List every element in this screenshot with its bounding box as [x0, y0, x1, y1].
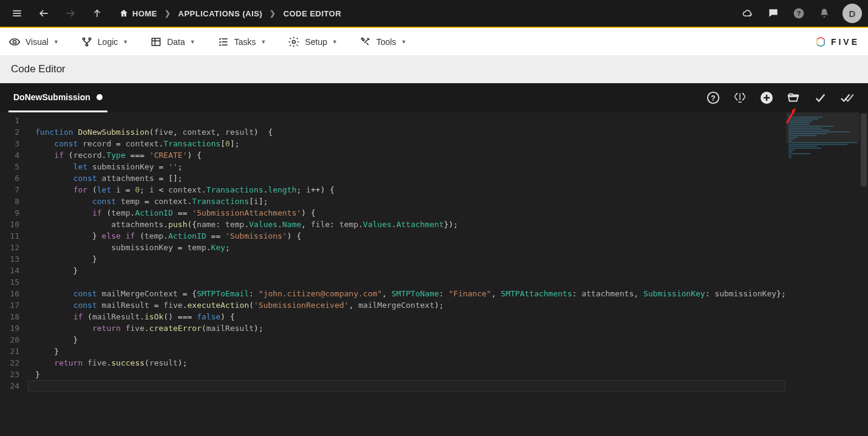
code-line[interactable]: 5 let submissionKey = ''; [0, 161, 785, 172]
code-content: const attachments = []; [28, 172, 183, 184]
help-lightbulb-icon[interactable]: ? [704, 89, 722, 107]
menu-setup-label: Setup [305, 37, 327, 47]
chat-icon[interactable] [762, 2, 784, 24]
editor-tabrow: DoNewSubmission ? [0, 83, 868, 112]
add-icon[interactable] [758, 89, 776, 107]
line-number: 20 [0, 334, 28, 346]
code-line[interactable]: 15 [0, 276, 785, 288]
code-line[interactable]: 4 if (record.Type === 'CREATE') { [0, 149, 785, 161]
code-line[interactable]: 17 const mailResult = five.executeAction… [0, 299, 785, 311]
nav-up-icon[interactable] [86, 2, 108, 24]
unsaved-dot-icon [97, 94, 103, 100]
code-line[interactable]: 21 } [0, 346, 785, 357]
code-line[interactable]: 16 const mailMergeContext = {SMTPToEmail… [0, 288, 785, 299]
code-line[interactable]: 7 for (let i = 0; i < context.Transactio… [0, 184, 785, 196]
menu-visual[interactable]: Visual▼ [8, 36, 59, 48]
code-content: if (mailResult.isOk() === false) { [28, 311, 235, 322]
help-icon[interactable]: ? [788, 2, 810, 24]
double-check-icon[interactable] [838, 89, 856, 107]
check-save-icon[interactable] [811, 89, 829, 107]
menu-tasks[interactable]: Tasks▼ [217, 36, 266, 48]
menu-logic[interactable]: Logic▼ [81, 36, 128, 48]
hamburger-menu-icon[interactable] [6, 2, 28, 24]
code-line[interactable]: 3 const record = context.Transactions[0]… [0, 138, 785, 149]
code-line[interactable]: 13 } [0, 253, 785, 265]
code-line[interactable]: 6 const attachments = []; [0, 172, 785, 184]
chevron-down-icon: ▼ [123, 39, 128, 45]
code-content: } [28, 265, 78, 276]
main-menu-bar: Visual▼ Logic▼ Data▼ Tasks▼ Setup▼ Tools… [0, 28, 868, 55]
code-line[interactable]: 11 } else if (temp.ActionID == 'Submissi… [0, 230, 785, 242]
page-title: Code Editor [11, 63, 66, 75]
code-line[interactable]: 20 } [0, 334, 785, 346]
tab-donewsubmission[interactable]: DoNewSubmission [8, 83, 107, 112]
code-content: for (let i = 0; i < context.Transactions… [28, 184, 334, 196]
line-number: 12 [0, 242, 28, 253]
code-content: submissionKey = temp.Key; [28, 242, 230, 253]
line-number: 3 [0, 138, 28, 149]
code-line[interactable]: 24 [0, 380, 785, 392]
svg-text:?: ? [797, 10, 801, 17]
breadcrumb-home-label: HOME [132, 9, 157, 18]
svg-point-14 [86, 44, 87, 46]
line-number: 5 [0, 161, 28, 172]
code-content: if (temp.ActionID == 'SubmissionAttachme… [28, 207, 316, 219]
menu-tasks-label: Tasks [234, 37, 256, 47]
code-content: return five.createError(mailResult); [28, 322, 263, 334]
code-line[interactable]: 18 if (mailResult.isOk() === false) { [0, 311, 785, 322]
code-content [28, 115, 40, 126]
code-line[interactable]: 23} [0, 369, 785, 380]
code-editor[interactable]: 1 2function DoNewSubmission(five, contex… [0, 112, 785, 436]
svg-point-6 [771, 12, 772, 13]
breadcrumb-applications-label: APPLICATIONS (AIS) [178, 9, 263, 18]
svg-point-11 [13, 40, 16, 43]
menu-tools[interactable]: Tools▼ [359, 36, 407, 48]
menu-data[interactable]: Data▼ [150, 36, 195, 48]
code-line[interactable]: 9 if (temp.ActionID == 'SubmissionAttach… [0, 207, 785, 219]
menu-logic-label: Logic [98, 37, 118, 47]
code-content [28, 380, 785, 392]
app-topbar: HOME ❯ APPLICATIONS (AIS) ❯ CODE EDITOR … [0, 0, 868, 28]
line-number: 22 [0, 357, 28, 369]
code-line[interactable]: 19 return five.createError(mailResult); [0, 322, 785, 334]
avatar[interactable]: D [843, 4, 862, 23]
editor-area: 1 2function DoNewSubmission(five, contex… [0, 112, 868, 436]
vertical-scrollbar[interactable] [860, 112, 868, 436]
chevron-down-icon: ▼ [332, 39, 337, 45]
code-line[interactable]: 2function DoNewSubmission(five, context,… [0, 126, 785, 138]
line-number: 4 [0, 149, 28, 161]
topbar-right-group: ? D [737, 2, 862, 24]
line-number: 23 [0, 369, 28, 380]
brain-ai-icon[interactable] [731, 89, 749, 107]
code-line[interactable]: 1 [0, 115, 785, 126]
chevron-down-icon: ▼ [53, 39, 59, 45]
code-content: const record = context.Transactions[0]; [28, 138, 240, 149]
code-line[interactable]: 22 return five.success(result); [0, 357, 785, 369]
cloud-icon[interactable] [737, 2, 759, 24]
code-line[interactable]: 12 submissionKey = temp.Key; [0, 242, 785, 253]
svg-point-8 [775, 12, 776, 13]
svg-point-13 [89, 38, 90, 39]
code-line[interactable]: 10 attachments.push({name: temp.Values.N… [0, 219, 785, 230]
line-number: 16 [0, 288, 28, 299]
nav-back-icon[interactable] [33, 2, 55, 24]
breadcrumb-applications[interactable]: APPLICATIONS (AIS) [178, 9, 263, 18]
code-content: const mailMergeContext = {SMTPToEmail: "… [28, 288, 785, 299]
menu-data-label: Data [167, 37, 185, 47]
code-line[interactable]: 14 } [0, 265, 785, 276]
line-number: 2 [0, 126, 28, 138]
line-number: 21 [0, 346, 28, 357]
minimap[interactable] [785, 112, 860, 436]
line-number: 17 [0, 299, 28, 311]
code-content: } [28, 369, 40, 380]
breadcrumb-home[interactable]: HOME [119, 9, 157, 18]
code-content: function DoNewSubmission(five, context, … [28, 126, 273, 138]
code-line[interactable]: 8 const temp = context.Transactions[i]; [0, 196, 785, 207]
menu-setup[interactable]: Setup▼ [288, 36, 337, 48]
svg-point-12 [83, 38, 84, 39]
bell-icon[interactable] [813, 2, 835, 24]
code-content: } [28, 346, 59, 357]
tab-label: DoNewSubmission [13, 92, 90, 102]
open-folder-icon[interactable] [784, 89, 802, 107]
breadcrumb-code-editor[interactable]: CODE EDITOR [283, 9, 342, 18]
